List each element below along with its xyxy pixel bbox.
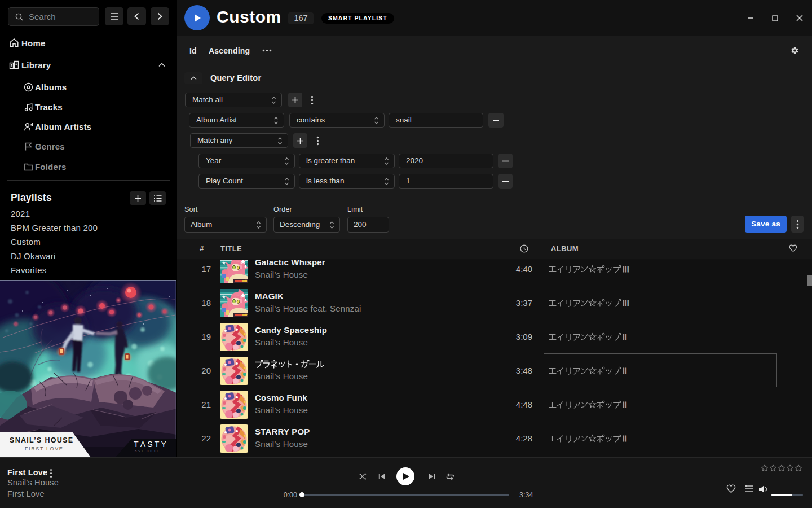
svg-text:FIRST LOVE: FIRST LOVE: [25, 446, 63, 452]
svg-text:II: II: [623, 332, 627, 341]
svg-text:III: III: [623, 299, 629, 308]
svg-text:TΛSTY: TΛSTY: [134, 440, 168, 449]
svg-text:BST.ΠΠXI: BST.ΠΠXI: [135, 449, 159, 453]
svg-text:II: II: [623, 400, 627, 409]
svg-text:II: II: [623, 434, 627, 443]
svg-text:III: III: [623, 265, 629, 274]
svg-text:SNAIL’S HOUSE: SNAIL’S HOUSE: [10, 436, 73, 444]
